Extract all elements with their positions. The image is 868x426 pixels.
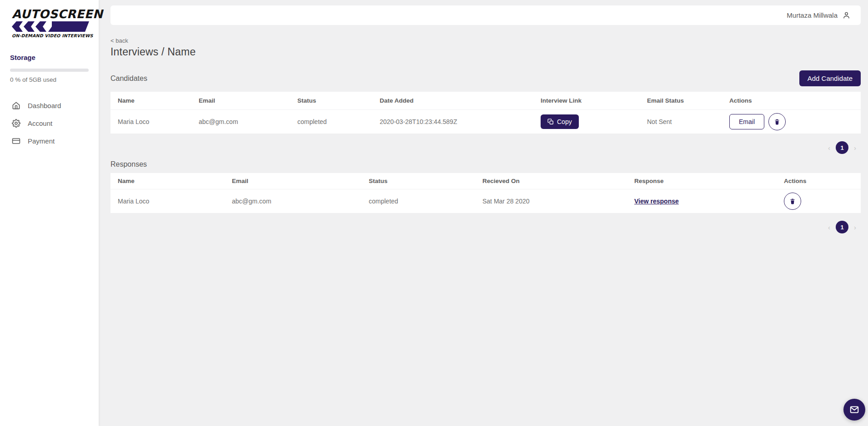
response-table-row: Maria Loco abc@gm.com completed Sat Mar … [110,189,861,213]
column-header-name: Name [118,178,232,184]
delete-response-button[interactable] [784,193,801,210]
app-logo: AUTOSCREEN ON-DEMAND VIDEO INTERVIEWS [0,0,99,41]
copy-interview-link-button[interactable]: Copy [541,114,579,129]
credit-card-icon [12,137,20,145]
app-logo-subtitle: ON-DEMAND VIDEO INTERVIEWS [12,33,89,38]
next-page-icon[interactable]: › [854,144,856,152]
storage-section: Storage 0 % of 5GB used [0,41,99,83]
copy-button-label: Copy [557,118,572,125]
column-header-actions: Actions [729,97,861,104]
sidebar-item-label: Payment [28,137,55,145]
column-header-response: Response [634,178,784,184]
sidebar-item-label: Dashboard [28,102,61,109]
send-email-button[interactable]: Email [729,114,764,129]
topbar: Murtaza Millwala [110,5,861,25]
responses-pagination: ‹ 1 › [110,221,861,233]
candidate-status: completed [297,118,380,125]
responses-page-1[interactable]: 1 [836,221,848,233]
prev-page-icon[interactable]: ‹ [828,144,830,152]
user-menu[interactable]: Murtaza Millwala [787,11,851,20]
view-response-link[interactable]: View response [634,198,679,205]
column-header-email: Email [232,178,369,184]
column-header-date-added: Date Added [380,97,541,104]
next-page-icon[interactable]: › [854,223,856,231]
response-email: abc@gm.com [232,198,369,205]
responses-table: Name Email Status Recieved On Response A… [110,173,861,213]
trash-icon [789,198,796,204]
column-header-status: Status [369,178,482,184]
logo-arrow-band-icon [12,21,89,32]
add-candidate-button[interactable]: Add Candidate [799,70,861,86]
back-link[interactable]: < back [110,37,128,44]
candidate-table-row: Maria Loco abc@gm.com completed 2020-03-… [110,110,861,134]
column-header-interview-link: Interview Link [541,97,647,104]
page-content: < back Interviews / Name Candidates Add … [110,25,861,233]
candidate-date-added: 2020-03-28T10:23:44.589Z [380,118,541,125]
candidate-email-status: Not Sent [647,118,729,125]
column-header-received-on: Recieved On [482,178,634,184]
storage-progress-bar [10,69,89,72]
candidate-email: abc@gm.com [199,118,297,125]
candidates-table-header: Name Email Status Date Added Interview L… [110,92,861,110]
column-header-actions: Actions [784,178,861,184]
storage-label: Storage [10,54,89,61]
column-header-email: Email [199,97,297,104]
prev-page-icon[interactable]: ‹ [828,223,830,231]
trash-icon [774,119,780,125]
candidates-section-label: Candidates [110,74,147,83]
response-name: Maria Loco [118,198,232,205]
person-icon [842,11,851,20]
response-received-on: Sat Mar 28 2020 [482,198,634,205]
candidates-page-1[interactable]: 1 [836,141,848,154]
candidates-table: Name Email Status Date Added Interview L… [110,92,861,134]
responses-table-header: Name Email Status Recieved On Response A… [110,173,861,189]
home-icon [12,101,20,110]
storage-usage-text: 0 % of 5GB used [10,76,89,83]
sidebar-item-account[interactable]: Account [0,114,99,132]
envelope-icon [849,405,859,415]
app-logo-title: AUTOSCREEN [12,8,89,20]
candidate-name: Maria Loco [118,118,199,125]
sidebar-item-payment[interactable]: Payment [0,132,99,150]
sidebar-item-dashboard[interactable]: Dashboard [0,97,99,114]
candidates-section-head: Candidates Add Candidate [110,70,861,86]
gear-icon [12,119,20,128]
sidebar-nav: Dashboard Account Payment [0,97,99,150]
page-title: Interviews / Name [110,46,861,58]
chat-launcher-button[interactable] [843,399,865,421]
column-header-email-status: Email Status [647,97,729,104]
responses-section-head: Responses [110,160,861,168]
responses-section-label: Responses [110,160,147,168]
sidebar-item-label: Account [28,119,52,127]
user-name: Murtaza Millwala [787,11,838,19]
copy-icon [547,119,554,125]
column-header-name: Name [118,97,199,104]
sidebar: AUTOSCREEN ON-DEMAND VIDEO INTERVIEWS St… [0,0,99,426]
candidates-pagination: ‹ 1 › [110,141,861,154]
response-status: completed [369,198,482,205]
column-header-status: Status [297,97,380,104]
delete-candidate-button[interactable] [768,113,786,130]
main-area: Murtaza Millwala < back Interviews / Nam… [99,0,868,426]
